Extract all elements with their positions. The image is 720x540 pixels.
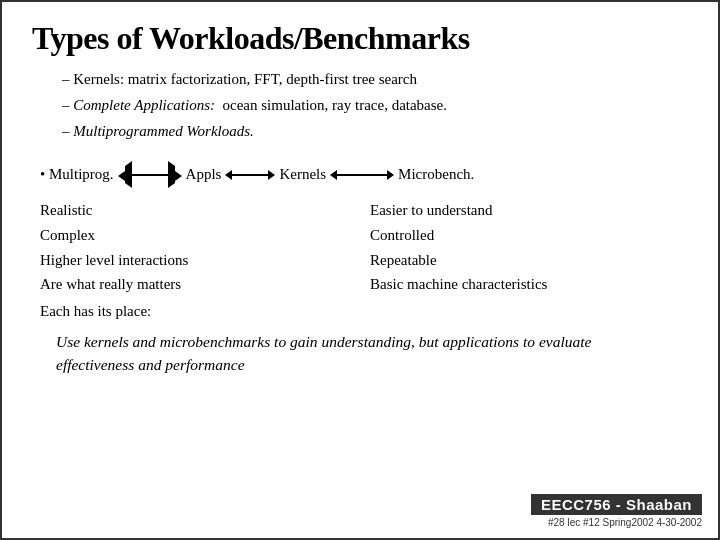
col-right: Easier to understand Controlled Repeatab… [370,198,680,297]
col-right-item-3: Basic machine characteristics [370,272,680,297]
col-left-item-0: Realistic [40,198,350,223]
bullets-list: – Kernels: matrix factorization, FFT, de… [62,67,688,145]
appls-label: Appls [186,166,222,183]
bullet-kernels: – Kernels: matrix factorization, FFT, de… [62,67,688,91]
microbench-label: Microbench. [398,166,474,183]
italic-block: Use kernels and microbenchmarks to gain … [56,330,664,377]
col-left-item-2: Higher level interactions [40,248,350,273]
col-left-item-1: Complex [40,223,350,248]
col-right-item-2: Repeatable [370,248,680,273]
kernels-label: Kernels [279,166,326,183]
multiprog-label: • Multiprog. [40,166,114,183]
col-right-item-0: Easier to understand [370,198,680,223]
arrow1 [118,161,182,188]
footer-sub: #28 lec #12 Spring2002 4-30-2002 [548,517,702,528]
footer: EECC756 - Shaaban #28 lec #12 Spring2002… [531,494,702,528]
bullet-multiprogrammed: – Multiprogrammed Workloads. [62,119,688,143]
each-place-text: Each has its place: [40,303,680,320]
two-col: Realistic Complex Higher level interacti… [40,198,680,297]
footer-badge: EECC756 - Shaaban [531,494,702,515]
arrow3 [330,170,394,180]
col-right-item-1: Controlled [370,223,680,248]
arrow2 [225,170,275,180]
slide-title: Types of Workloads/Benchmarks [32,20,688,57]
slide: Types of Workloads/Benchmarks – Kernels:… [0,0,720,540]
col-left: Realistic Complex Higher level interacti… [40,198,350,297]
col-left-item-3: Are what really matters [40,272,350,297]
bullet-applications: – Complete Applications: ocean simulatio… [62,93,688,117]
arrow-row: • Multiprog. Appls Kernels Microbench. [40,161,688,188]
